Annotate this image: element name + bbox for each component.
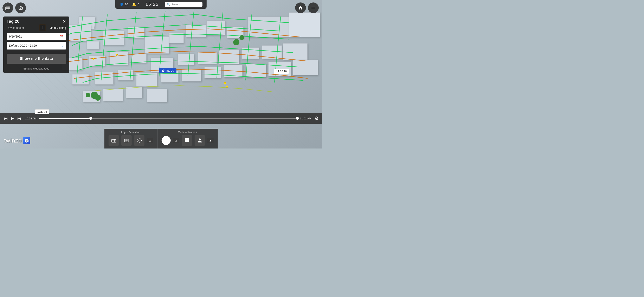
layer-activation-section: Layer Activation: [104, 129, 158, 148]
search-box[interactable]: 🔍: [165, 2, 202, 7]
tree: [86, 93, 90, 97]
top-left-buttons: [2, 2, 26, 13]
home-button[interactable]: [295, 2, 306, 13]
tag-map-label: Tag 20: [159, 68, 176, 73]
mode-expand-2-button[interactable]: ▲: [207, 138, 214, 143]
device-sector-value: MainBuilding: [50, 26, 66, 29]
menu-button[interactable]: [308, 2, 319, 13]
tree: [233, 39, 240, 45]
camera-button[interactable]: [15, 2, 26, 13]
date-value: 9/16/2021: [9, 35, 22, 38]
layer-expand-button[interactable]: ▲: [147, 138, 153, 143]
mode-chat-button[interactable]: [182, 135, 192, 146]
play-button[interactable]: ▶: [10, 116, 15, 121]
search-input[interactable]: [172, 3, 200, 6]
header-time: 15:22: [145, 2, 159, 7]
logo-text: twinzo: [4, 137, 22, 144]
layer-section-label: Layer Activation: [121, 131, 140, 134]
timeline-track[interactable]: [39, 118, 298, 119]
mode-section-label: Mode Activation: [178, 131, 197, 134]
mode-icons: ▲ ▲: [162, 135, 214, 146]
device-sector-label: Device sector: [6, 26, 24, 29]
status-text: Spaghetti data loaded: [3, 66, 69, 73]
layer-icons: ▲: [108, 135, 153, 146]
dropdown-arrow-icon: ⌵: [61, 43, 64, 48]
timeline-thumb-start[interactable]: [89, 117, 92, 120]
mode-user-button[interactable]: [194, 135, 205, 146]
layer-settings-button[interactable]: [134, 135, 144, 146]
timeline-end-time: 11:02 AM: [300, 117, 311, 120]
yellow-marker: [92, 58, 94, 60]
layer-list-button[interactable]: [121, 135, 132, 146]
logo: twinzo: [4, 137, 30, 144]
alerts-stat: 🔔 0: [132, 2, 139, 6]
timeline-tooltip: 10:53:34: [35, 109, 49, 114]
date-field[interactable]: 9/16/2021 📅: [6, 33, 66, 40]
calendar-icon: 📅: [60, 34, 64, 38]
top-right-buttons: [295, 2, 319, 13]
tag-panel-title: Tag 20: [6, 19, 20, 24]
time-range-dropdown[interactable]: Default: 00:00 - 23:59 ⌵: [6, 42, 66, 49]
skip-forward-button[interactable]: ⏭: [16, 116, 22, 121]
time-tooltip: 11:02:18: [274, 69, 289, 74]
tag-panel: Tag 20 ✕ Device sector MainBuilding 9/16…: [3, 16, 69, 73]
persons-stat: 👤 20: [120, 2, 128, 6]
timeline-settings-button[interactable]: ⚙: [314, 116, 319, 121]
layer-solar-button[interactable]: [108, 135, 119, 146]
svg-rect-0: [6, 7, 10, 10]
svg-point-16: [139, 140, 140, 141]
tree: [95, 95, 101, 101]
tag-panel-close-button[interactable]: ✕: [62, 19, 66, 23]
solar-panel-button[interactable]: [2, 2, 13, 13]
header-bar: 👤 20 🔔 0 15:22 🔍: [116, 0, 206, 9]
tree: [240, 35, 244, 40]
yellow-marker: [224, 82, 226, 84]
logo-icon: [23, 137, 30, 144]
yellow-marker: [116, 54, 118, 56]
yellow-marker: [226, 86, 228, 88]
timeline-bar: ⏮ ▶ ⏭ 10:54 AM 11:02 AM ⚙: [0, 113, 322, 124]
search-icon: 🔍: [167, 3, 170, 6]
timeline-controls: ⏮ ▶ ⏭: [3, 116, 22, 121]
time-range-value: Default: 00:00 - 23:59: [9, 44, 37, 47]
mode-circle-button[interactable]: [162, 136, 171, 145]
mode-activation-section: Mode Activation ▲ ▲: [158, 129, 218, 148]
bottom-toolbar: Layer Activation: [104, 129, 218, 148]
timeline-thumb-end[interactable]: [296, 117, 299, 120]
mode-expand-1-button[interactable]: ▲: [173, 138, 179, 143]
persons-icon: 👤: [120, 2, 124, 6]
show-data-button[interactable]: Show me the data: [6, 54, 66, 64]
svg-rect-7: [112, 139, 116, 142]
bell-icon: 🔔: [132, 2, 136, 6]
timeline-start-time: 10:54 AM: [25, 117, 36, 120]
skip-back-button[interactable]: ⏮: [3, 116, 9, 121]
